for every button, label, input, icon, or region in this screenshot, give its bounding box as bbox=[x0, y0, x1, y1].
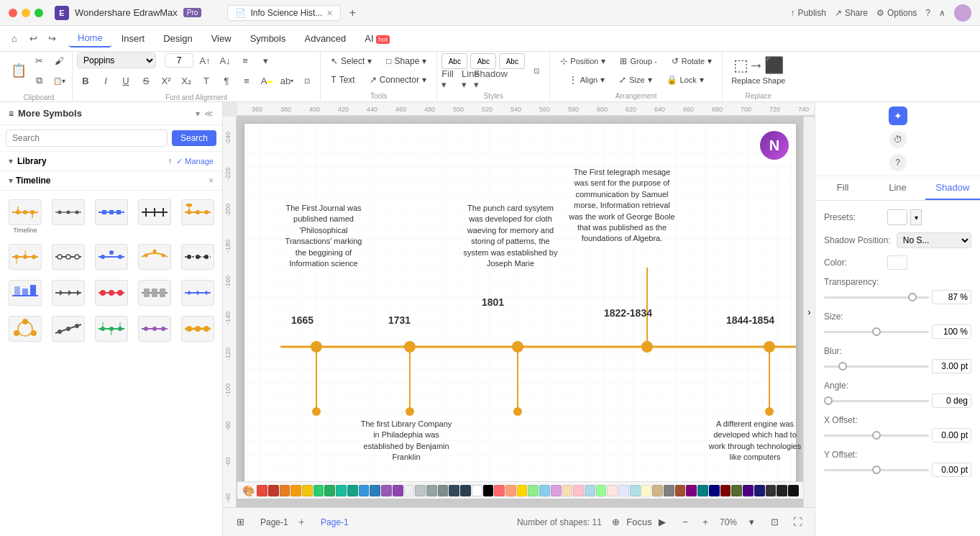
angle-input[interactable] bbox=[932, 394, 971, 408]
underline-btn[interactable]: U bbox=[117, 72, 134, 89]
paragraph-btn[interactable]: ¶ bbox=[218, 72, 235, 89]
manage-btn[interactable]: ✓ Manage bbox=[176, 157, 214, 166]
shape-item-7[interactable] bbox=[92, 241, 131, 273]
color-swatch[interactable] bbox=[438, 485, 449, 496]
search-input[interactable] bbox=[6, 130, 168, 147]
color-swatch[interactable] bbox=[336, 485, 347, 496]
bold-btn[interactable]: B bbox=[77, 72, 94, 89]
color-swatch[interactable] bbox=[788, 485, 799, 496]
color-swatch[interactable] bbox=[313, 485, 324, 496]
color-swatch[interactable] bbox=[539, 485, 550, 496]
shape-item-10[interactable] bbox=[6, 277, 45, 309]
blur-slider[interactable] bbox=[824, 365, 929, 368]
color-swatch[interactable] bbox=[302, 485, 313, 496]
format-panel-btn[interactable]: ✦ bbox=[889, 106, 907, 125]
page-tab-1[interactable]: Page-1 bbox=[253, 516, 296, 529]
minimize-window-btn[interactable] bbox=[22, 9, 30, 17]
zoom-in-btn[interactable]: + bbox=[697, 514, 714, 531]
format-painter-btn[interactable]: 🖌 bbox=[50, 52, 68, 69]
superscript-btn[interactable]: X² bbox=[157, 72, 175, 89]
shape-item-19[interactable] bbox=[178, 313, 217, 345]
shape-item-14[interactable] bbox=[178, 277, 217, 309]
home-btn[interactable]: ⌂ bbox=[6, 30, 23, 47]
color-swatch[interactable] bbox=[359, 485, 370, 496]
color-swatch[interactable] bbox=[551, 485, 562, 496]
text-clear-btn[interactable]: T bbox=[198, 72, 215, 89]
italic-btn[interactable]: I bbox=[97, 72, 114, 89]
color-swatch[interactable] bbox=[585, 485, 595, 496]
paste-btn[interactable]: 📋 bbox=[10, 62, 27, 79]
style-text-btn[interactable]: Abc bbox=[499, 53, 525, 69]
group-btn[interactable]: ⊞Group - bbox=[614, 53, 662, 69]
color-swatch[interactable] bbox=[596, 485, 607, 496]
shape-item-2[interactable] bbox=[92, 196, 131, 237]
color-swatch[interactable] bbox=[290, 485, 301, 496]
color-swatch[interactable] bbox=[257, 485, 267, 496]
shape-item-5[interactable] bbox=[6, 241, 45, 273]
canvas-expand-right[interactable]: › bbox=[803, 117, 815, 507]
shape-item-16[interactable] bbox=[49, 313, 88, 345]
shape-item-13[interactable] bbox=[135, 277, 174, 309]
menu-advanced[interactable]: Advanced bbox=[296, 30, 354, 47]
shape-item-9[interactable] bbox=[178, 241, 217, 273]
subscript-btn[interactable]: X₂ bbox=[178, 72, 195, 89]
transparency-slider[interactable] bbox=[824, 296, 929, 299]
color-swatch[interactable] bbox=[483, 485, 494, 496]
fill-color-icon[interactable]: 🎨 bbox=[242, 483, 255, 498]
lock-btn[interactable]: 🔒Lock▾ bbox=[661, 72, 710, 88]
fit-screen-btn[interactable]: ⊡ bbox=[766, 514, 783, 531]
shape-item-18[interactable] bbox=[135, 313, 174, 345]
y-offset-input[interactable] bbox=[932, 463, 971, 477]
color-swatch[interactable] bbox=[347, 485, 358, 496]
blur-input[interactable] bbox=[932, 359, 971, 373]
color-swatch[interactable] bbox=[709, 485, 720, 496]
menu-design[interactable]: Design bbox=[155, 30, 201, 47]
zoom-dropdown-btn[interactable]: ▾ bbox=[743, 514, 760, 531]
shape-item-8[interactable] bbox=[135, 241, 174, 273]
fill-tab[interactable]: Fill bbox=[815, 176, 870, 200]
preset-dropdown-btn[interactable]: ▾ bbox=[910, 209, 922, 225]
shape-item-11[interactable] bbox=[49, 277, 88, 309]
tab-add-btn[interactable]: + bbox=[349, 6, 356, 19]
color-swatch[interactable] bbox=[280, 485, 290, 496]
close-window-btn[interactable] bbox=[9, 9, 17, 17]
color-swatch[interactable] bbox=[370, 485, 380, 496]
menu-insert[interactable]: Insert bbox=[113, 30, 154, 47]
collapse-ribbon-btn[interactable]: ∧ bbox=[939, 8, 945, 18]
tab-close-btn[interactable]: × bbox=[326, 7, 332, 19]
color-swatch[interactable] bbox=[731, 485, 742, 496]
size-btn[interactable]: ⤢Size▾ bbox=[613, 72, 657, 88]
font-size-input[interactable] bbox=[165, 53, 193, 68]
color-swatch[interactable] bbox=[697, 485, 708, 496]
color-swatch[interactable] bbox=[743, 485, 754, 496]
maximize-window-btn[interactable] bbox=[35, 9, 43, 17]
text-tool-btn[interactable]: T Text bbox=[325, 72, 360, 88]
size-input[interactable] bbox=[932, 324, 971, 339]
color-swatch[interactable] bbox=[505, 485, 516, 496]
color-swatch[interactable] bbox=[449, 485, 459, 496]
menu-view[interactable]: View bbox=[203, 30, 240, 47]
undo-btn[interactable]: ↩ bbox=[24, 30, 42, 47]
color-swatch[interactable] bbox=[426, 485, 437, 496]
shape-item-15[interactable] bbox=[6, 313, 45, 345]
color-swatch[interactable] bbox=[562, 485, 573, 496]
color-swatch[interactable] bbox=[686, 485, 697, 496]
help-btn[interactable]: ? bbox=[925, 8, 930, 18]
color-swatch[interactable] bbox=[720, 485, 731, 496]
canvas-viewport[interactable]: N bbox=[237, 117, 803, 507]
replace-shape-btn[interactable]: ⬚→⬛ Replace Shape bbox=[727, 53, 789, 88]
active-page-tab[interactable]: Page-1 bbox=[313, 516, 356, 529]
preset-box[interactable] bbox=[887, 209, 907, 225]
font-section-expand[interactable]: ⊡ bbox=[298, 72, 316, 89]
shape-tool-btn[interactable]: □ Shape ▾ bbox=[380, 53, 432, 69]
color-swatch[interactable] bbox=[675, 485, 686, 496]
text-align-btn[interactable]: ≡ bbox=[237, 52, 254, 69]
color-swatch[interactable] bbox=[618, 485, 629, 496]
shadow-tab[interactable]: Shadow bbox=[925, 176, 980, 200]
font-size-inc-btn[interactable]: A↑ bbox=[196, 52, 214, 69]
shape-item-1[interactable] bbox=[49, 196, 88, 237]
connector-tool-btn[interactable]: ↗ Connector ▾ bbox=[364, 72, 432, 88]
menu-ai[interactable]: AI hot bbox=[356, 30, 398, 47]
play-btn[interactable]: ▶ bbox=[654, 514, 671, 531]
color-picker[interactable] bbox=[887, 255, 907, 270]
